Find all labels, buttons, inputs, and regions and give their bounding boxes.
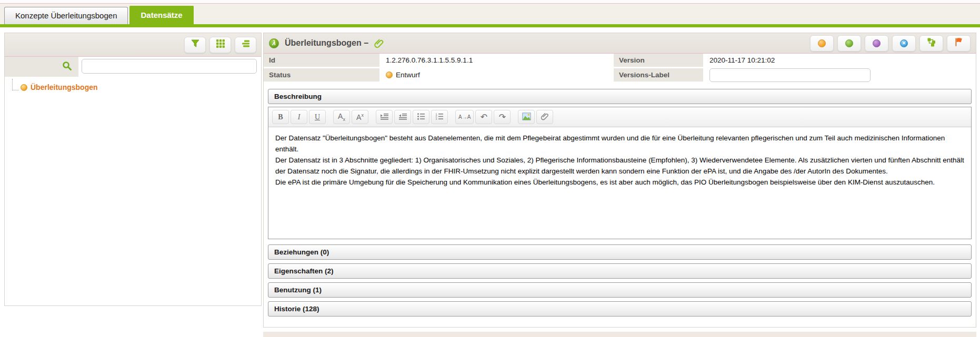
image-icon [522, 113, 531, 122]
subscript-button[interactable]: Ax [333, 110, 350, 124]
insert-link-button[interactable] [536, 110, 553, 124]
tree-view-button[interactable] [919, 35, 943, 52]
outdent-icon [398, 113, 407, 122]
status-text: Entwurf [396, 71, 420, 79]
indent-icon [380, 113, 389, 122]
status-final-button[interactable] [837, 35, 861, 52]
cancel-status-icon: ✕ [900, 39, 908, 47]
filter-icon [191, 39, 200, 50]
search-icon [62, 61, 72, 73]
italic-button[interactable]: I [291, 110, 307, 124]
bold-button[interactable]: B [272, 110, 289, 124]
outdent-button[interactable] [394, 110, 411, 124]
tab-datensaetze[interactable]: Datensätze [129, 6, 193, 24]
tree-connector [12, 79, 18, 90]
tab-konzepte-ueberleitungsbogen[interactable]: Konzepte Überleitungsbogen [4, 7, 128, 24]
top-strip [0, 0, 980, 4]
undo-icon: ↶ [481, 113, 487, 121]
versions-label-label: Versions-Label [614, 68, 703, 83]
section-historie[interactable]: Historie (128) [268, 301, 972, 316]
numbered-list-icon: 123 [435, 113, 444, 122]
numbered-list-button[interactable]: 123 [431, 110, 448, 124]
hierarchy-icon [927, 37, 936, 49]
outline-view-button[interactable] [235, 37, 256, 53]
tree-panel: Überleitungsbogen [4, 33, 262, 306]
undo-button[interactable]: ↶ [475, 110, 492, 124]
section-benutzung[interactable]: Benutzung (1) [268, 282, 972, 298]
underline-icon: U [315, 113, 320, 121]
dataset-icon: λ [269, 38, 279, 48]
versions-label-cell [703, 68, 976, 83]
status-draft-button[interactable] [810, 35, 834, 52]
draft-status-icon [386, 72, 393, 78]
translate-button[interactable]: A→A [455, 110, 474, 124]
underline-button[interactable]: U [309, 110, 326, 124]
tree-node-ueberleitungsbogen[interactable]: Überleitungsbogen [12, 83, 261, 91]
detail-title: Überleitungsbogen – [285, 38, 368, 48]
superscript-icon: Ax [356, 113, 364, 121]
subscript-icon: Ax [338, 112, 345, 122]
dataset-tree: Überleitungsbogen [5, 77, 261, 91]
section-beschreibung[interactable]: Beschreibung [268, 89, 972, 104]
link-icon [541, 112, 549, 122]
description-text[interactable]: Der Datensatz "Überleitungsbogen" besteh… [268, 127, 971, 239]
section-eigenschaften[interactable]: Eigenschaften (2) [268, 263, 972, 279]
accent-bar [0, 24, 980, 27]
tree-toolbar [5, 33, 261, 57]
filter-button[interactable] [184, 37, 206, 53]
draft-status-icon [21, 84, 27, 91]
status-cancel-button[interactable]: ✕ [892, 35, 916, 52]
svg-text:3: 3 [436, 117, 437, 120]
flag-button[interactable] [947, 35, 971, 52]
superscript-button[interactable]: Ax [352, 110, 368, 124]
description-editor: B I U Ax Ax [268, 107, 972, 239]
tab-strip: Konzepte Überleitungsbogen Datensätze [0, 4, 980, 24]
detail-body: Beschreibung B I U Ax Ax [264, 83, 976, 316]
editor-toolbar: B I U Ax Ax [268, 107, 971, 127]
attachment-icon[interactable] [374, 38, 384, 48]
redo-button[interactable]: ↷ [494, 110, 511, 124]
description-paragraph: Der Datensatz "Überleitungsbogen" besteh… [275, 132, 964, 155]
description-paragraph: Die ePA ist die primäre Umgebung für die… [275, 177, 964, 188]
grid-view-button[interactable] [209, 37, 231, 53]
metadata-grid: Id 1.2.276.0.76.3.1.1.5.5.9.1.1 Version … [264, 54, 976, 83]
grid-icon [216, 39, 225, 50]
search-icon-cell [5, 57, 78, 77]
id-value: 1.2.276.0.76.3.1.1.5.5.9.1.1 [379, 54, 614, 68]
flag-icon [954, 37, 963, 49]
id-label: Id [264, 54, 379, 68]
bold-icon: B [278, 113, 283, 121]
status-label: Status [264, 68, 379, 83]
bottom-strip [263, 332, 976, 337]
translate-icon: A→A [458, 114, 471, 120]
tree-node-label: Überleitungsbogen [31, 83, 98, 91]
outline-icon [241, 39, 251, 50]
bullet-list-button[interactable] [413, 110, 429, 124]
version-value: 2020-11-17 10:21:02 [703, 54, 976, 68]
redo-icon: ↷ [499, 113, 506, 121]
tree-search-row [5, 57, 261, 77]
pending-status-icon [873, 39, 881, 47]
italic-icon: I [298, 113, 301, 121]
status-value: Entwurf [379, 68, 614, 83]
versions-label-input[interactable] [709, 68, 871, 82]
bullet-list-icon [417, 113, 425, 122]
tree-search-input[interactable] [82, 59, 257, 74]
insert-image-button[interactable] [518, 110, 535, 124]
detail-header: λ Überleitungsbogen – ✕ [264, 33, 976, 54]
description-paragraph: Der Datensatz ist in 3 Abschnitte geglie… [275, 155, 964, 177]
section-beziehungen[interactable]: Beziehungen (0) [268, 244, 972, 260]
version-label: Version [614, 54, 703, 68]
status-pending-button[interactable] [865, 35, 888, 52]
draft-status-icon [818, 39, 826, 47]
detail-panel: λ Überleitungsbogen – ✕ [263, 33, 976, 328]
final-status-icon [845, 39, 853, 47]
indent-button[interactable] [376, 110, 393, 124]
